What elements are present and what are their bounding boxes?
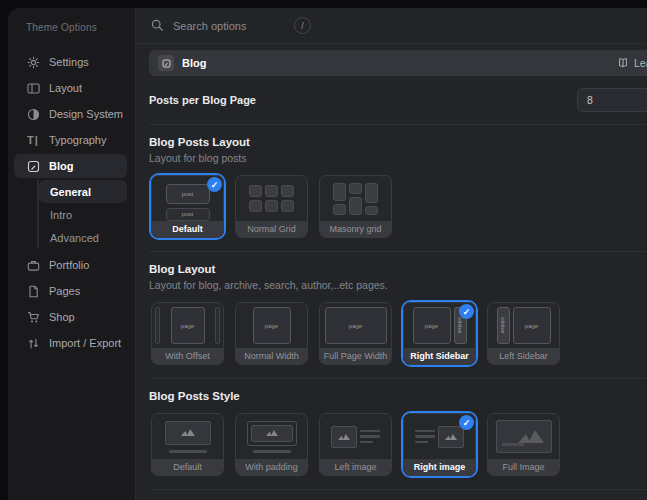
divider: [149, 251, 647, 252]
sidebar-subitem-intro[interactable]: Intro: [39, 203, 127, 226]
check-icon: ✓: [207, 177, 222, 192]
sidebar: Theme Options Settings Layout Design Sys…: [8, 8, 135, 500]
sidebar-item-import-export[interactable]: Import / Export: [8, 330, 135, 356]
theme-options-window: Theme Options Settings Layout Design Sys…: [0, 0, 647, 500]
book-icon: [617, 57, 629, 69]
blog-header-icon: [158, 55, 174, 71]
full-page-width-thumbnail: page: [320, 303, 391, 348]
section-blog-posts-style: Blog Posts Style Default: [149, 390, 647, 478]
image-placeholder-icon: [338, 434, 350, 440]
style-with-padding-thumbnail: [236, 414, 307, 459]
style-full-image-thumbnail: [488, 414, 559, 459]
sidebar-item-label: Portfolio: [49, 259, 89, 271]
option-card-normal-width[interactable]: page Normal Width: [233, 300, 310, 367]
sidebar-subitem-general[interactable]: General: [39, 180, 127, 203]
sidebar-item-label: Blog: [49, 160, 73, 172]
option-card-left-sidebar[interactable]: sidebar page Left Sidebar: [485, 300, 562, 367]
check-icon: ✓: [459, 415, 474, 430]
section-blog-layout: Blog Layout Layout for blog, archive, se…: [149, 263, 647, 367]
divider: [149, 489, 647, 490]
option-label: With padding: [236, 459, 307, 475]
option-label: Masonry grid: [320, 221, 391, 237]
option-label: Right Sidebar: [404, 348, 475, 364]
search-icon: [151, 19, 164, 32]
settings-content: Blog Learn Posts per Blog Page Blog Post…: [136, 44, 647, 500]
section-title: Blog Layout: [149, 263, 647, 275]
sidebar-item-layout[interactable]: Layout: [8, 75, 135, 101]
option-cards: page With Offset page N: [149, 300, 647, 367]
sidebar-subitem-advanced[interactable]: Advanced: [39, 226, 127, 249]
sidebar-item-blog[interactable]: Blog: [14, 154, 127, 178]
thumb-post-label: post: [182, 191, 193, 197]
style-default-thumbnail: [152, 414, 223, 459]
image-placeholder-icon: [518, 430, 544, 443]
option-card-masonry-grid[interactable]: Masonry grid: [317, 173, 394, 240]
sidebar-item-label: Layout: [49, 82, 82, 94]
gear-icon: [26, 55, 40, 69]
search-bar: /: [136, 8, 647, 44]
posts-per-page-input[interactable]: [577, 88, 647, 112]
sidebar-item-label: Design System: [49, 108, 123, 120]
sidebar-item-label: Typography: [49, 134, 106, 146]
divider: [149, 124, 647, 125]
grid-thumbnail: [236, 176, 307, 221]
theme-options-panel: Theme Options Settings Layout Design Sys…: [8, 8, 647, 500]
thumb-post-label: post: [182, 211, 193, 217]
sidebar-item-portfolio[interactable]: Portfolio: [8, 252, 135, 278]
sidebar-item-label: Shop: [49, 311, 75, 323]
learn-link[interactable]: Learn: [617, 57, 647, 69]
option-card-right-sidebar[interactable]: page sidebar Right Sidebar ✓: [401, 300, 478, 367]
style-left-image-thumbnail: [320, 414, 391, 459]
sidebar-item-design-system[interactable]: Design System: [8, 101, 135, 127]
main-area: / Blog Learn Posts per Blog Page: [135, 8, 647, 500]
option-card-style-default[interactable]: Default: [149, 411, 226, 478]
option-card-full-image[interactable]: Full Image: [485, 411, 562, 478]
option-label: Normal Width: [236, 348, 307, 364]
option-card-normal-grid[interactable]: Normal Grid: [233, 173, 310, 240]
option-card-left-image[interactable]: Left image: [317, 411, 394, 478]
option-label: Full Page Width: [320, 348, 391, 364]
sidebar-item-settings[interactable]: Settings: [8, 49, 135, 75]
option-label: Full Image: [488, 459, 559, 475]
image-placeholder-icon: [266, 430, 278, 436]
thumb-page-label: page: [525, 323, 538, 329]
design-system-icon: [26, 107, 40, 121]
masonry-thumbnail: [320, 176, 391, 221]
option-card-right-image[interactable]: Right image ✓: [401, 411, 478, 478]
section-title: Blog Posts Style: [149, 390, 647, 402]
sidebar-item-label: Pages: [49, 285, 80, 297]
blog-icon: [26, 159, 40, 173]
section-subtitle: Layout for blog posts: [149, 152, 647, 164]
layout-icon: [26, 81, 40, 95]
option-cards: Default: [149, 411, 647, 478]
normal-width-thumbnail: page: [236, 303, 307, 348]
option-card-with-offset[interactable]: page With Offset: [149, 300, 226, 367]
sidebar-item-pages[interactable]: Pages: [8, 278, 135, 304]
thumb-page-label: page: [265, 323, 278, 329]
option-card-with-padding[interactable]: With padding: [233, 411, 310, 478]
option-label: Normal Grid: [236, 221, 307, 237]
sidebar-item-label: Settings: [49, 56, 89, 68]
posts-per-page-row: Posts per Blog Page: [149, 88, 647, 112]
sidebar-item-shop[interactable]: Shop: [8, 304, 135, 330]
section-title: Blog Posts Layout: [149, 136, 647, 148]
option-label: Default: [152, 221, 223, 237]
option-card-default-posts[interactable]: post post Default ✓: [149, 173, 226, 240]
option-card-full-page-width[interactable]: page Full Page Width: [317, 300, 394, 367]
sidebar-item-typography[interactable]: T| Typography: [8, 127, 135, 153]
section-header-bar: Blog Learn: [149, 50, 647, 76]
thumb-sidebar-label: sidebar: [457, 317, 463, 333]
sidebar-item-label: Import / Export: [49, 337, 121, 349]
option-label: Left image: [320, 459, 391, 475]
image-placeholder-icon: [181, 429, 195, 436]
learn-label: Learn: [634, 57, 647, 69]
shortcut-key-badge: /: [294, 17, 311, 34]
check-icon: ✓: [459, 304, 474, 319]
thumb-sidebar-label: sidebar: [500, 317, 506, 333]
option-label: Left Sidebar: [488, 348, 559, 364]
search-input[interactable]: [173, 20, 285, 32]
section-blog-posts-layout: Blog Posts Layout Layout for blog posts …: [149, 136, 647, 240]
option-cards: post post Default ✓: [149, 173, 647, 240]
posts-per-page-label: Posts per Blog Page: [149, 88, 647, 112]
thumb-page-label: page: [181, 323, 194, 329]
